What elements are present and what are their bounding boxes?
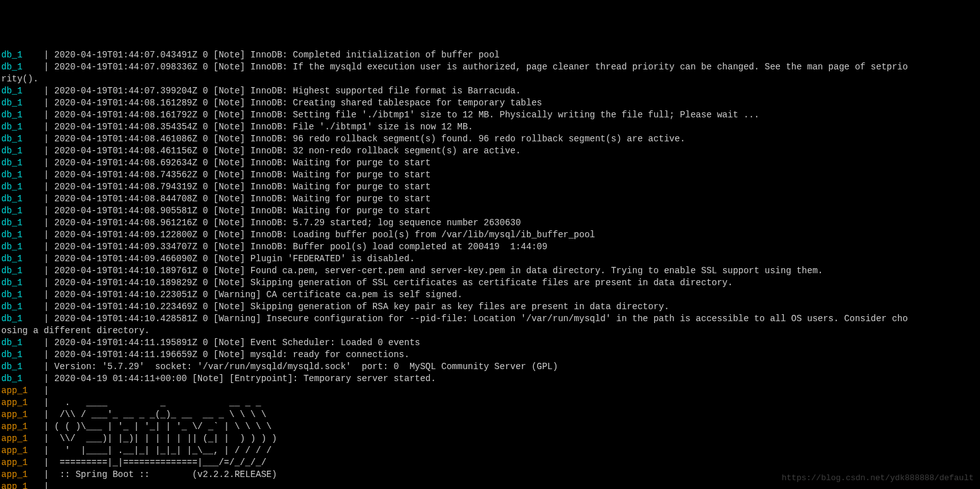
log-line: db_1 | 2020-04-19T01:44:08.161289Z 0 [No… — [1, 97, 979, 109]
log-message: | Version: '5.7.29' socket: '/var/run/my… — [44, 362, 558, 372]
container-prefix: db_1 — [1, 158, 44, 168]
log-line: app_1 | . ____ _ __ _ _ — [1, 397, 979, 409]
log-line: db_1 | 2020-04-19T01:44:10.223051Z 0 [Wa… — [1, 289, 979, 301]
container-prefix: db_1 — [1, 110, 44, 120]
container-prefix: db_1 — [1, 182, 44, 192]
container-prefix: db_1 — [1, 290, 44, 300]
log-line: app_1 | /\\ / ___'_ __ _ _(_)_ __ __ _ \… — [1, 409, 979, 421]
log-line: app_1 | ' |____| .__|_| |_|_| |_\__, | /… — [1, 445, 979, 457]
container-prefix: db_1 — [1, 50, 44, 60]
log-line: db_1 | 2020-04-19T01:44:09.122800Z 0 [No… — [1, 229, 979, 241]
log-message: | /\\ / ___'_ __ _ _(_)_ __ __ _ \ \ \ \ — [44, 409, 266, 420]
container-prefix: db_1 — [1, 170, 44, 180]
log-message: | 2020-04-19T01:44:07.098336Z 0 [Note] I… — [44, 62, 907, 72]
log-line: db_1 | Version: '5.7.29' socket: '/var/r… — [1, 361, 979, 373]
log-message: | 2020-04-19T01:44:08.161792Z 0 [Note] I… — [44, 110, 759, 120]
log-message: | 2020-04-19T01:44:08.961216Z 0 [Note] I… — [44, 218, 521, 228]
container-prefix: db_1 — [1, 374, 44, 384]
log-message: | 2020-04-19T01:44:08.794319Z 0 [Note] I… — [44, 182, 430, 192]
log-line: db_1 | 2020-04-19T01:44:10.189829Z 0 [No… — [1, 277, 979, 289]
log-message: | ' |____| .__|_| |_|_| |_\__, | / / / / — [44, 445, 271, 456]
container-prefix: app_1 — [1, 398, 44, 408]
container-prefix: db_1 — [1, 146, 44, 156]
log-message: | 2020-04-19T01:44:09.122800Z 0 [Note] I… — [44, 230, 595, 240]
log-message: | :: Spring Boot :: (v2.2.2.RELEASE) — [44, 469, 277, 480]
log-message: | 2020-04-19T01:44:09.466090Z 0 [Note] P… — [44, 254, 415, 264]
log-line: app_1 | \\/ ___)| |_)| | | | | || (_| | … — [1, 433, 979, 445]
log-message: | 2020-04-19T01:44:08.692634Z 0 [Note] I… — [44, 158, 430, 168]
container-prefix: db_1 — [1, 134, 44, 144]
container-prefix: db_1 — [1, 314, 44, 324]
log-message: | 2020-04-19T01:44:07.399204Z 0 [Note] I… — [44, 86, 521, 96]
container-prefix: db_1 — [1, 98, 44, 108]
container-prefix: db_1 — [1, 194, 44, 204]
log-message: | 2020-04-19T01:44:08.844708Z 0 [Note] I… — [44, 194, 430, 204]
log-message: | 2020-04-19T01:44:07.043491Z 0 [Note] I… — [44, 50, 500, 60]
log-line: db_1 | 2020-04-19T01:44:08.905581Z 0 [No… — [1, 205, 979, 217]
log-line: db_1 | 2020-04-19T01:44:08.461086Z 0 [No… — [1, 133, 979, 145]
log-message: | 2020-04-19T01:44:09.334707Z 0 [Note] I… — [44, 242, 547, 252]
log-line: app_1 | ( ( )\___ | '_ | '_| | '_ \/ _` … — [1, 421, 979, 433]
watermark: https://blog.csdn.net/ydk888888/default — [782, 472, 974, 484]
log-line: db_1 | 2020-04-19T01:44:11.195891Z 0 [No… — [1, 337, 979, 349]
log-line: db_1 | 2020-04-19T01:44:08.743562Z 0 [No… — [1, 169, 979, 181]
log-message: | 2020-04-19T01:44:08.461086Z 0 [Note] I… — [44, 134, 685, 144]
log-line: app_1 | — [1, 385, 979, 397]
log-message: | 2020-04-19T01:44:08.354354Z 0 [Note] I… — [44, 122, 473, 132]
container-prefix: db_1 — [1, 362, 44, 372]
log-line: db_1 | 2020-04-19T01:44:10.189761Z 0 [No… — [1, 265, 979, 277]
container-prefix: app_1 — [1, 433, 44, 444]
log-line: db_1 | 2020-04-19T01:44:07.098336Z 0 [No… — [1, 61, 979, 73]
container-prefix: db_1 — [1, 266, 44, 276]
log-line: db_1 | 2020-04-19T01:44:08.354354Z 0 [No… — [1, 121, 979, 133]
container-prefix: db_1 — [1, 338, 44, 348]
container-prefix: db_1 — [1, 278, 44, 288]
log-message: osing a different directory. — [1, 326, 150, 336]
log-line: app_1 | =========|_|==============|___/=… — [1, 457, 979, 469]
container-prefix: db_1 — [1, 350, 44, 360]
log-message: | 2020-04-19T01:44:10.428581Z 0 [Warning… — [44, 314, 907, 324]
container-prefix: db_1 — [1, 242, 44, 252]
log-message: | 2020-04-19T01:44:08.161289Z 0 [Note] I… — [44, 98, 542, 108]
log-line: db_1 | 2020-04-19T01:44:07.399204Z 0 [No… — [1, 85, 979, 97]
log-line: osing a different directory. — [1, 325, 979, 337]
container-prefix: app_1 — [1, 481, 44, 489]
log-line: db_1 | 2020-04-19T01:44:10.223469Z 0 [No… — [1, 301, 979, 313]
container-prefix: app_1 — [1, 386, 44, 396]
log-message: | 2020-04-19T01:44:08.461156Z 0 [Note] I… — [44, 146, 521, 156]
log-message: | 2020-04-19T01:44:11.196659Z 0 [Note] m… — [44, 350, 410, 360]
log-line: db_1 | 2020-04-19T01:44:08.961216Z 0 [No… — [1, 217, 979, 229]
log-message: | 2020-04-19T01:44:08.905581Z 0 [Note] I… — [44, 206, 430, 216]
container-prefix: app_1 — [1, 445, 44, 456]
container-prefix: app_1 — [1, 457, 44, 468]
log-line: db_1 | 2020-04-19T01:44:08.794319Z 0 [No… — [1, 181, 979, 193]
log-message: | =========|_|==============|___/=/_/_/_… — [44, 457, 266, 468]
container-prefix: db_1 — [1, 302, 44, 312]
container-prefix: app_1 — [1, 421, 44, 432]
log-line: db_1 | 2020-04-19T01:44:11.196659Z 0 [No… — [1, 349, 979, 361]
log-message: | 2020-04-19T01:44:10.189761Z 0 [Note] F… — [44, 266, 823, 276]
log-line: rity(). — [1, 73, 979, 85]
log-message: | . ____ _ __ _ _ — [44, 398, 261, 408]
log-message: | 2020-04-19T01:44:10.189829Z 0 [Note] S… — [44, 278, 733, 288]
container-prefix: app_1 — [1, 409, 44, 420]
container-prefix: db_1 — [1, 62, 44, 72]
container-prefix: db_1 — [1, 122, 44, 132]
log-message: | — [44, 386, 54, 396]
log-message: | 2020-04-19T01:44:08.743562Z 0 [Note] I… — [44, 170, 430, 180]
log-line: db_1 | 2020-04-19T01:44:08.692634Z 0 [No… — [1, 157, 979, 169]
log-message: rity(). — [1, 74, 38, 84]
container-prefix: db_1 — [1, 254, 44, 264]
log-line: db_1 | 2020-04-19 01:44:11+00:00 [Note] … — [1, 373, 979, 385]
log-message: | 2020-04-19T01:44:10.223051Z 0 [Warning… — [44, 290, 463, 300]
log-message: | 2020-04-19T01:44:10.223469Z 0 [Note] S… — [44, 302, 669, 312]
log-message: | \\/ ___)| |_)| | | | | || (_| | ) ) ) … — [44, 433, 277, 444]
log-message: | — [44, 481, 54, 489]
log-line: db_1 | 2020-04-19T01:44:08.461156Z 0 [No… — [1, 145, 979, 157]
log-line: db_1 | 2020-04-19T01:44:09.334707Z 0 [No… — [1, 241, 979, 253]
container-prefix: db_1 — [1, 206, 44, 216]
container-prefix: db_1 — [1, 218, 44, 228]
log-message: | 2020-04-19 01:44:11+00:00 [Note] [Entr… — [44, 374, 436, 384]
log-message: | 2020-04-19T01:44:11.195891Z 0 [Note] E… — [44, 338, 420, 348]
terminal-output[interactable]: db_1 | 2020-04-19T01:44:07.043491Z 0 [No… — [1, 49, 979, 489]
